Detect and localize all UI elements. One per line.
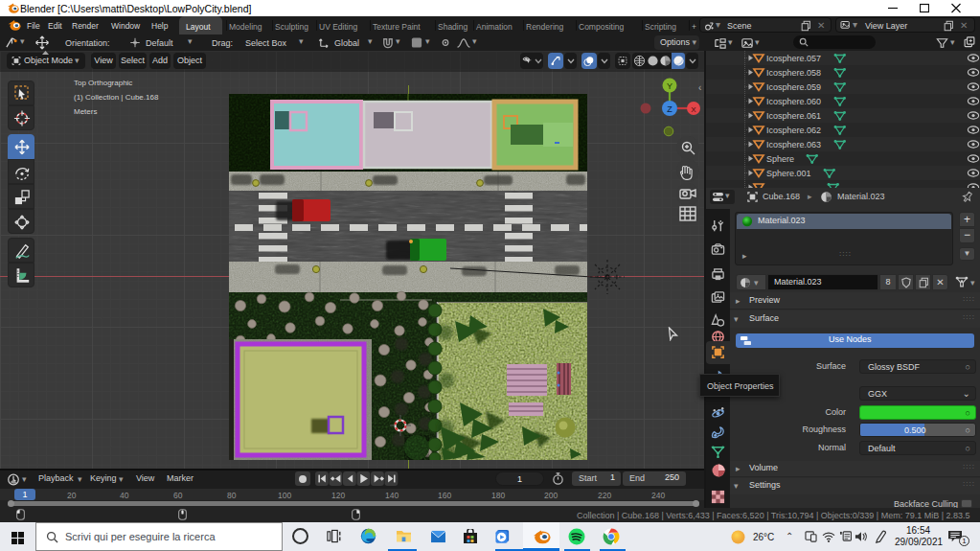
svg-text:Icosphere.063: Icosphere.063 [766,140,821,149]
svg-text:Icosphere.061: Icosphere.061 [766,111,821,121]
svg-text:Icosphere.059: Icosphere.059 [766,82,821,92]
svg-text:Icosphere.062: Icosphere.062 [766,126,821,135]
svg-text:Icosphere.057: Icosphere.057 [766,54,821,63]
svg-text:X: X [691,105,696,114]
svg-text:Sphere.001: Sphere.001 [766,169,811,178]
svg-text:Y: Y [667,81,672,91]
svg-text:Icosphere.060: Icosphere.060 [766,97,821,106]
svg-text:Z: Z [667,104,672,114]
svg-text:Icosphere.058: Icosphere.058 [766,68,821,78]
svg-text:Sphere: Sphere [766,154,794,164]
